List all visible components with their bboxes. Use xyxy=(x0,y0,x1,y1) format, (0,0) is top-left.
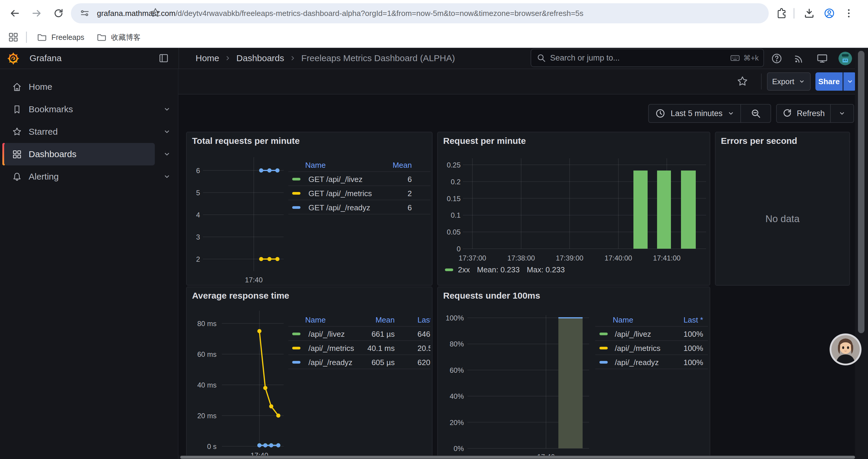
sidebar-item-alerting[interactable]: Alerting xyxy=(4,165,155,188)
legend-series-name[interactable]: /api/_/readyz xyxy=(308,358,352,367)
downloads-icon[interactable] xyxy=(802,6,816,20)
export-button[interactable]: Export xyxy=(767,72,811,91)
apps-grid-icon[interactable] xyxy=(8,32,19,43)
bookmark-folder-freeleaps[interactable]: Freeleaps xyxy=(31,29,90,45)
grafana-logo-icon[interactable] xyxy=(6,52,20,65)
legend-column-name[interactable]: Name xyxy=(613,316,633,325)
sidebar-item-home[interactable]: Home xyxy=(4,76,155,98)
breadcrumb-item-dashboards[interactable]: Dashboards xyxy=(236,53,284,63)
legend-series-name[interactable]: /api/_/livez xyxy=(308,330,345,339)
legend-value: 646 xyxy=(417,330,430,339)
series-color-pill[interactable] xyxy=(599,333,608,335)
breadcrumb-item-home[interactable]: Home xyxy=(195,53,219,63)
profile-icon[interactable] xyxy=(823,6,836,20)
svg-text:17:39:00: 17:39:00 xyxy=(556,254,583,262)
forward-icon[interactable] xyxy=(27,4,46,23)
favorite-star-icon[interactable] xyxy=(736,75,749,88)
legend-series-name[interactable]: /api/_/metrics xyxy=(308,344,354,353)
news-rss-icon[interactable] xyxy=(793,52,806,65)
extensions-icon[interactable] xyxy=(775,6,788,20)
series-color-pill[interactable] xyxy=(292,347,301,350)
legend-table: NameMeanGET /api/_/livez6GET /api/_/metr… xyxy=(288,158,430,215)
zoom-out-icon[interactable] xyxy=(750,107,762,119)
bookmark-icon xyxy=(12,104,22,114)
time-range-picker[interactable]: Last 5 minutes xyxy=(648,104,771,123)
sidebar-item-starred[interactable]: Starred xyxy=(4,121,155,143)
svg-text:17:38:00: 17:38:00 xyxy=(507,254,535,262)
bookmark-label: 收藏博客 xyxy=(111,32,141,42)
chevron-down-icon xyxy=(727,109,735,118)
series-color-pill[interactable] xyxy=(292,206,301,209)
share-button[interactable]: Share xyxy=(815,72,843,91)
bell-icon xyxy=(12,172,22,182)
series-color-pill[interactable] xyxy=(599,347,608,350)
dock-menu-icon[interactable] xyxy=(158,52,169,64)
dashboard-toolbar: Export Share xyxy=(179,69,868,95)
folder-icon xyxy=(96,32,107,42)
monitor-icon[interactable] xyxy=(815,52,829,65)
bookmark-star-icon[interactable] xyxy=(150,7,161,19)
chevron-down-icon[interactable] xyxy=(161,171,173,182)
legend-column-name[interactable]: Name xyxy=(305,316,326,325)
chevron-down-icon[interactable] xyxy=(838,109,846,118)
series-color-pill[interactable] xyxy=(292,361,301,364)
legend-column-name[interactable]: Name xyxy=(305,161,326,170)
assistant-avatar[interactable] xyxy=(829,333,862,366)
sidebar-item-dashboards[interactable]: Dashboards xyxy=(4,143,155,165)
breadcrumb: HomeDashboardsFreeleaps Metrics Dashboar… xyxy=(195,48,455,68)
bar-chart[interactable]: 0.250.20.150.10.05017:37:0017:38:0017:39… xyxy=(438,132,710,286)
chevron-down-icon[interactable] xyxy=(161,126,173,137)
chevron-right-icon xyxy=(224,54,231,62)
legend-series-name[interactable]: GET /api/_/metrics xyxy=(308,189,372,198)
toolbar-divider xyxy=(761,73,762,90)
legend-series-name[interactable]: GET /api/_/livez xyxy=(308,175,363,184)
back-icon[interactable] xyxy=(5,4,24,23)
reload-icon[interactable] xyxy=(49,4,68,23)
browser-menu-icon[interactable] xyxy=(842,6,856,20)
url-text: grafana.mathmast.com/d/deytv4rwavabkb/fr… xyxy=(97,9,584,18)
page-scrollbar-thumb[interactable] xyxy=(858,51,864,333)
svg-text:0.25: 0.25 xyxy=(447,161,461,169)
search-placeholder: Search or jump to... xyxy=(550,54,620,63)
help-icon[interactable] xyxy=(770,52,783,65)
horizontal-scrollbar-thumb[interactable] xyxy=(180,456,855,459)
series-color-pill[interactable] xyxy=(292,192,301,195)
legend-column-mean[interactable]: Mean xyxy=(393,161,412,170)
legend-column-mean[interactable]: Mean xyxy=(375,316,395,325)
search-shortcut: ⌘+k xyxy=(730,53,759,63)
sidebar-item-bookmarks[interactable]: Bookmarks xyxy=(4,98,155,121)
panel-title[interactable]: Errors per second xyxy=(721,136,797,146)
legend-series-name[interactable]: /api/_/readyz xyxy=(615,358,659,367)
legend-series-name[interactable]: GET /api/_/readyz xyxy=(308,203,370,212)
folder-icon xyxy=(37,32,47,42)
screen: grafana.mathmast.com/d/deytv4rwavabkb/fr… xyxy=(0,0,868,459)
series-color-pill[interactable] xyxy=(599,361,608,364)
url-bar[interactable]: grafana.mathmast.com/d/deytv4rwavabkb/fr… xyxy=(71,3,769,23)
legend-column-last[interactable]: Last * xyxy=(417,316,430,325)
search-input[interactable]: Search or jump to... ⌘+k xyxy=(531,49,764,67)
svg-text:17:41:00: 17:41:00 xyxy=(653,254,680,262)
series-color-pill[interactable] xyxy=(292,178,301,181)
svg-text:40 ms: 40 ms xyxy=(197,381,217,389)
refresh-picker[interactable]: Refresh xyxy=(776,104,854,123)
share-menu-button[interactable] xyxy=(843,72,856,91)
url-path: /d/deytv4rwavabkb/freeleaps-metrics-dash… xyxy=(176,9,584,18)
svg-text:20%: 20% xyxy=(450,419,464,427)
user-avatar[interactable] xyxy=(838,52,852,65)
sidebar-item-label: Bookmarks xyxy=(29,104,73,114)
bookmark-folder-blogs[interactable]: 收藏博客 xyxy=(90,29,147,45)
legend-series-name[interactable]: 2xx xyxy=(458,265,470,274)
legend-series-name[interactable]: /api/_/metrics xyxy=(615,344,660,353)
brand-title: Grafana xyxy=(30,48,61,68)
svg-text:17:40: 17:40 xyxy=(245,276,262,284)
legend-value: 20.5 m xyxy=(417,344,430,353)
apps-icon xyxy=(12,149,22,160)
bookmark-label: Freeleaps xyxy=(52,33,84,42)
legend-column-last[interactable]: Last * xyxy=(684,316,704,325)
legend-series-name[interactable]: /api/_/livez xyxy=(615,330,651,339)
series-color-pill[interactable] xyxy=(445,268,453,271)
chevron-down-icon[interactable] xyxy=(161,104,173,115)
series-color-pill[interactable] xyxy=(292,333,301,335)
chevron-down-icon[interactable] xyxy=(161,149,173,160)
site-settings-icon[interactable] xyxy=(79,8,90,19)
